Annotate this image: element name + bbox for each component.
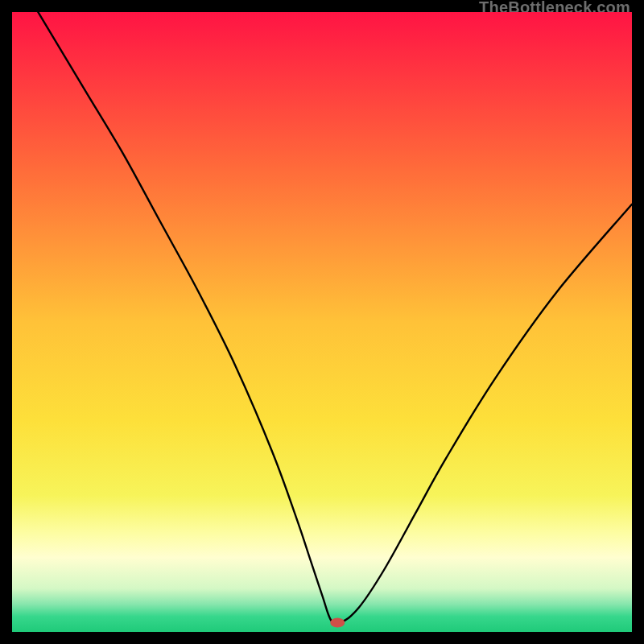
gradient-background bbox=[12, 12, 632, 632]
svg-rect-0 bbox=[12, 12, 632, 632]
plot-area bbox=[12, 12, 632, 632]
chart-frame: TheBottleneck.com bbox=[0, 0, 644, 644]
